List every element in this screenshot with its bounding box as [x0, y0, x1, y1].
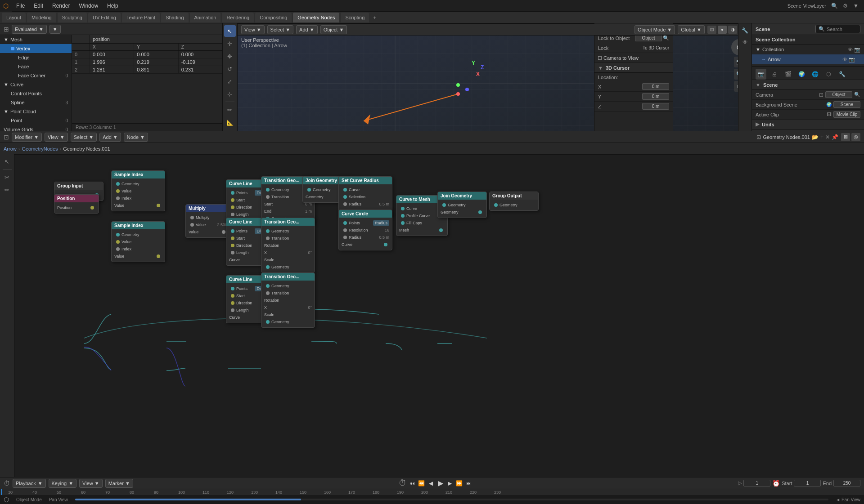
camera-picker-icon[interactable]: 🔍 — [854, 92, 860, 98]
tab-rendering[interactable]: Rendering — [222, 13, 254, 22]
view-collection-icon[interactable]: 👁 — [848, 47, 853, 53]
tool-move[interactable]: ✥ — [224, 50, 236, 62]
node-transition-geo-2[interactable]: Transition Geo... Geometry Transition Ro… — [261, 218, 315, 273]
tool-rotate[interactable]: ↺ — [224, 63, 236, 75]
snap-btn[interactable]: ⊠ — [841, 133, 850, 141]
node-select-dropdown[interactable]: Select ▼ — [71, 133, 97, 142]
node-curve-circle[interactable]: Curve Circle Points Radius Resolution 16… — [338, 210, 392, 250]
start-frame-input[interactable]: 1 — [794, 480, 821, 486]
view-dropdown[interactable]: View ▼ — [241, 25, 265, 34]
tree-item-face-corner[interactable]: Face Corner 0 — [0, 71, 72, 80]
modifier-props-icon[interactable]: 🔧 — [837, 69, 847, 80]
jump-start-btn[interactable]: ⏮ — [408, 479, 416, 487]
prev-frame-btn[interactable]: ⏪ — [418, 479, 426, 487]
tree-item-face[interactable]: Face — [0, 62, 72, 71]
scene-props-icon[interactable]: 🌍 — [796, 69, 807, 80]
tab-modeling[interactable]: Modeling — [27, 13, 56, 22]
cursor-3d-section[interactable]: ▼3D Cursor — [594, 63, 673, 73]
node-join-geo-2[interactable]: Join Geometry Geometry Geometry — [437, 192, 487, 218]
tree-item-vertex[interactable]: Vertex — [0, 44, 72, 53]
tree-item-curve[interactable]: ▼Curve — [0, 80, 72, 89]
tree-item-volume-grids[interactable]: Volume Grids 0 — [0, 125, 72, 131]
node-sample-index-2[interactable]: Sample Index Geometry Value Index Value — [111, 221, 165, 262]
output-props-icon[interactable]: 🖨 — [769, 69, 780, 80]
close-nodes-btn[interactable]: ✕ — [825, 134, 830, 140]
tree-item-point-cloud[interactable]: ▼Point Cloud — [0, 107, 72, 116]
tool-icon[interactable]: 🔧 — [740, 25, 751, 36]
geometry-nodes-name[interactable]: Geometry Nodes.001 — [763, 134, 810, 140]
node-group-output[interactable]: Group Output Geometry — [489, 192, 539, 211]
view-layer-props-icon[interactable]: 🎬 — [783, 69, 793, 80]
tree-item-point[interactable]: Point 0 — [0, 116, 72, 125]
tree-item-spline[interactable]: Spline 3 — [0, 98, 72, 107]
mode-dropdown[interactable]: Object Mode ▼ — [634, 25, 675, 34]
search-box[interactable]: 🔍 Search — [815, 25, 860, 33]
node-canvas[interactable]: Group Input Geometry Position Position S… — [14, 155, 864, 477]
play-pause-btn[interactable]: ▶ — [436, 479, 445, 487]
tab-uv-editing[interactable]: UV Editing — [88, 13, 121, 22]
add-dropdown[interactable]: Add ▼ — [296, 25, 318, 34]
pin-nodes-btn[interactable]: 📌 — [832, 134, 838, 140]
tab-scripting[interactable]: Scripting — [341, 13, 369, 22]
node-add-dropdown[interactable]: Add ▼ — [99, 133, 121, 142]
menu-render[interactable]: Render — [48, 0, 74, 11]
tab-texture-paint[interactable]: Texture Paint — [122, 13, 160, 22]
object-dropdown[interactable]: Object ▼ — [320, 25, 347, 34]
tool-select[interactable]: ↖ — [224, 25, 236, 37]
col-header-position[interactable]: position — [90, 35, 222, 43]
node-view-dropdown[interactable]: View ▼ — [45, 133, 68, 142]
select-dropdown[interactable]: Select ▼ — [267, 25, 294, 34]
attribute-type-dropdown[interactable]: ▼ — [50, 25, 61, 34]
tab-shading[interactable]: Shading — [161, 13, 188, 22]
tab-layout[interactable]: Layout — [2, 13, 26, 22]
menu-window[interactable]: Window — [74, 0, 103, 11]
overlay-btn[interactable]: ◎ — [851, 133, 860, 141]
modifier-dropdown[interactable]: Modifier ▼ — [12, 133, 42, 142]
viewport-canvas[interactable]: X Y Z User Perspective (1) Collection | … — [238, 36, 751, 131]
node-sample-index-1[interactable]: Sample Index Geometry Value Index Value — [111, 170, 165, 211]
material-btn[interactable]: ◑ — [728, 26, 737, 34]
node-transition-geo-3[interactable]: Transition Geo... Geometry Transition Ro… — [261, 272, 315, 328]
tool-transform[interactable]: ⊹ — [224, 88, 236, 100]
header-icon-2[interactable]: ▼ — [851, 1, 860, 10]
node-multiply[interactable]: Multiply Multiply Value 2.500 Value — [185, 204, 230, 238]
view-icon[interactable]: 👁 — [740, 37, 751, 48]
lock-picker-icon[interactable]: 🔍 — [663, 35, 669, 41]
menu-file[interactable]: File — [12, 0, 29, 11]
scene-section[interactable]: ▼Scene — [752, 80, 864, 90]
next-frame-btn[interactable]: ⏩ — [455, 479, 464, 487]
render-arrow-icon[interactable]: 📷 — [849, 57, 855, 62]
tool-scale[interactable]: ⤢ — [224, 76, 236, 87]
header-icon-1[interactable]: ⚙ — [841, 1, 850, 10]
tab-sculpting[interactable]: Sculpting — [58, 13, 87, 22]
display-mode-dropdown[interactable]: Evaluated▼ — [12, 25, 47, 34]
prev-keyframe-btn[interactable]: ◀ — [427, 479, 435, 487]
arrow-item[interactable]: → Arrow 👁 📷 — [752, 54, 864, 64]
shading-dropdown[interactable]: Global ▼ — [678, 25, 705, 34]
wireframe-btn[interactable]: ⊡ — [707, 26, 716, 34]
breadcrumb-arrow[interactable]: Arrow — [4, 146, 17, 152]
node-cut-links-tool[interactable]: ✂ — [1, 171, 13, 183]
current-frame-input[interactable]: 1 — [743, 480, 770, 486]
next-keyframe-btn[interactable]: ▶ — [446, 479, 454, 487]
render-props-icon[interactable]: 📷 — [756, 69, 766, 80]
collection-item[interactable]: ▼ Collection 👁 📷 — [752, 45, 864, 54]
breadcrumb-geonodes[interactable]: GeometryNodes — [22, 146, 58, 152]
tab-geometry-nodes[interactable]: Geometry Nodes — [293, 13, 339, 22]
view-timeline-dropdown[interactable]: View ▼ — [79, 479, 103, 488]
world-props-icon[interactable]: 🌐 — [810, 69, 820, 80]
new-nodes-btn[interactable]: + — [820, 134, 824, 140]
tree-item-mesh[interactable]: ▼Mesh — [0, 35, 72, 44]
node-position[interactable]: Position Position — [54, 194, 99, 214]
jump-end-btn[interactable]: ⏭ — [465, 479, 473, 487]
tool-annotate[interactable]: ✏ — [224, 104, 236, 116]
add-workspace-btn[interactable]: + — [370, 15, 378, 20]
end-frame-input[interactable]: 250 — [833, 480, 860, 486]
keying-dropdown[interactable]: Keying ▼ — [49, 479, 77, 488]
engine-selector[interactable]: 🔍 — [830, 1, 839, 10]
menu-help[interactable]: Help — [103, 0, 123, 11]
tab-animation[interactable]: Animation — [190, 13, 221, 22]
solid-btn[interactable]: ● — [718, 26, 727, 34]
tab-compositing[interactable]: Compositing — [255, 13, 292, 22]
tool-measure[interactable]: 📐 — [224, 116, 236, 128]
